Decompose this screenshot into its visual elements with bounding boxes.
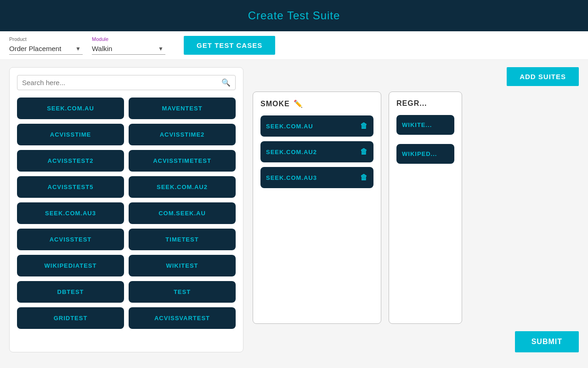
test-case-item[interactable]: SEEK.COM.AU — [17, 98, 124, 119]
add-suites-button[interactable]: ADD SUITES — [507, 67, 579, 86]
submit-button[interactable]: SUBMIT — [515, 331, 579, 352]
suite-item-label: SEEK.COM.AU2 — [266, 149, 317, 155]
suite-items-regression: WIKITE... WIKIPED... — [396, 115, 454, 168]
test-case-grid: SEEK.COM.AU MAVENTEST ACVISSTIME ACVISST… — [17, 98, 236, 329]
suite-item: SEEK.COM.AU2 🗑 — [260, 141, 373, 162]
suite-item-label: SEEK.COM.AU — [266, 123, 313, 130]
test-case-item[interactable]: ACVISSTIME2 — [129, 124, 236, 145]
suite-card-smoke: SMOKE ✏️ SEEK.COM.AU 🗑 SEEK.COM.AU2 🗑 SE… — [253, 92, 381, 324]
test-case-item[interactable]: SEEK.COM.AU2 — [129, 176, 236, 198]
suite-card-regression: REGR... WIKITE... WIKIPED... — [389, 92, 462, 324]
search-icon[interactable]: 🔍 — [221, 78, 231, 87]
right-panel: ADD SUITES SMOKE ✏️ SEEK.COM.AU 🗑 SEEK.C… — [253, 67, 579, 352]
test-case-item[interactable]: WIKIPEDIATEST — [17, 255, 124, 276]
module-select-group: Module Walkin ▼ — [92, 36, 165, 55]
suites-container: SMOKE ✏️ SEEK.COM.AU 🗑 SEEK.COM.AU2 🗑 SE… — [253, 92, 579, 324]
delete-icon[interactable]: 🗑 — [360, 173, 368, 182]
test-case-item[interactable]: ACVISSTEST5 — [17, 176, 124, 198]
toolbar: Product Order Placement ▼ Module Walkin … — [0, 31, 588, 60]
suite-name-regression: REGR... — [396, 99, 427, 108]
main-content: 🔍 SEEK.COM.AU MAVENTEST ACVISSTIME ACVIS… — [0, 60, 588, 360]
product-label: Product — [9, 36, 83, 42]
product-select-group: Product Order Placement ▼ — [9, 36, 83, 55]
suite-item: SEEK.COM.AU 🗑 — [260, 115, 373, 137]
test-case-item[interactable]: COM.SEEK.AU — [129, 202, 236, 224]
test-case-item[interactable]: ACVISSVARTEST — [129, 307, 236, 329]
edit-icon[interactable]: ✏️ — [294, 99, 303, 108]
suite-item: SEEK.COM.AU3 🗑 — [260, 167, 373, 188]
test-case-item[interactable]: ACVISSTEST2 — [17, 150, 124, 172]
suite-items-smoke: SEEK.COM.AU 🗑 SEEK.COM.AU2 🗑 SEEK.COM.AU… — [260, 115, 373, 188]
test-case-item[interactable]: DBTEST — [17, 281, 124, 303]
get-test-cases-button[interactable]: GET TEST CASES — [184, 36, 275, 55]
test-case-item[interactable]: ACVISSTIME — [17, 124, 124, 145]
module-select-wrapper[interactable]: Walkin ▼ — [92, 43, 165, 55]
test-case-item[interactable]: TIMETEST — [129, 229, 236, 250]
search-bar: 🔍 — [17, 75, 236, 90]
submit-row: SUBMIT — [253, 331, 579, 352]
module-select[interactable]: Walkin — [92, 43, 165, 55]
suite-name-smoke: SMOKE — [260, 100, 290, 108]
suite-item-label: SEEK.COM.AU3 — [266, 174, 317, 181]
suite-item: WIKIPED... — [396, 144, 454, 164]
test-case-item[interactable]: GRIDTEST — [17, 307, 124, 329]
test-case-item[interactable]: ACVISSTEST — [17, 229, 124, 250]
test-case-item[interactable]: SEEK.COM.AU3 — [17, 202, 124, 224]
app-header: Create Test Suite — [0, 0, 588, 31]
add-suites-row: ADD SUITES — [253, 67, 579, 86]
test-case-item[interactable]: TEST — [129, 281, 236, 303]
module-label: Module — [92, 36, 165, 42]
page-title: Create Test Suite — [248, 9, 340, 22]
suite-header-regression: REGR... — [396, 99, 454, 108]
product-select-wrapper[interactable]: Order Placement ▼ — [9, 43, 83, 55]
test-case-item[interactable]: ACVISSTIMETEST — [129, 150, 236, 172]
left-panel: 🔍 SEEK.COM.AU MAVENTEST ACVISSTIME ACVIS… — [9, 67, 243, 352]
test-case-item[interactable]: WIKITEST — [129, 255, 236, 276]
search-input[interactable] — [22, 79, 221, 86]
test-case-item[interactable]: MAVENTEST — [129, 98, 236, 119]
delete-icon[interactable]: 🗑 — [360, 122, 368, 130]
product-select[interactable]: Order Placement — [9, 43, 83, 55]
suite-header-smoke: SMOKE ✏️ — [260, 99, 373, 108]
suite-item: WIKITE... — [396, 115, 454, 135]
delete-icon[interactable]: 🗑 — [360, 148, 368, 156]
